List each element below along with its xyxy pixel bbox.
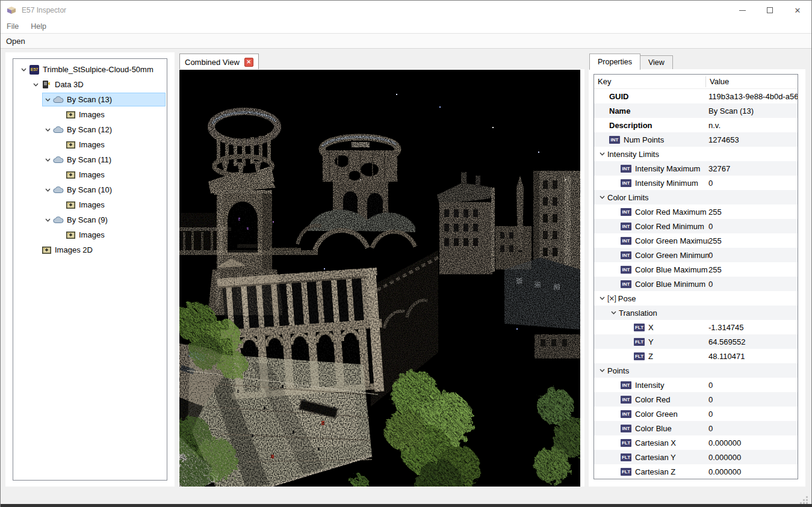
property-row[interactable]: FLTCartesian Z0.000000 [594,464,798,479]
property-row[interactable]: FLTX-1.314745 [594,320,798,334]
tree-item[interactable]: Images [54,198,166,212]
tree-item[interactable]: Images [54,228,166,242]
tree-item[interactable]: By Scan (11) [42,153,166,167]
property-row[interactable]: INTNum Points1274653 [594,132,798,147]
property-value: 0.000000 [708,467,798,476]
property-row[interactable]: INTColor Red Maximum255 [594,204,798,219]
property-key-label: X [648,323,654,332]
tree-row[interactable]: By Scan (12) [13,122,167,137]
chevron-down-icon[interactable] [598,195,606,199]
tree-item[interactable]: By Scan (9) [42,213,166,227]
tree-item[interactable]: Images [54,168,166,182]
title-bar[interactable]: E57 Inspector ✕ [1,1,811,20]
property-row[interactable]: INTColor Green0 [594,407,798,421]
property-row[interactable]: GUID119b3a13-9e88-4b0d-a56... [594,89,798,103]
tree-item-label: Images [79,110,105,119]
property-row[interactable]: FLTY64.569552 [594,334,798,349]
file-tree[interactable]: E57Trimble_StSulpice-Cloud-50mmData 3DBy… [13,58,167,481]
property-row[interactable]: FLTZ48.110471 [594,349,798,363]
property-key: [⨯]Pose [594,294,708,303]
property-row[interactable]: Points [594,363,798,378]
pointcloud-viewport[interactable] [179,70,580,487]
property-key-label: Color Red Maximum [635,207,706,217]
chevron-down-icon[interactable] [43,218,52,222]
tree-row[interactable]: E57Trimble_StSulpice-Cloud-50mm [13,62,167,77]
tree-item[interactable]: E57Trimble_StSulpice-Cloud-50mm [18,63,166,76]
maximize-button[interactable] [756,1,784,20]
tree-item[interactable]: Images [54,108,166,121]
chevron-down-icon[interactable] [598,297,606,300]
tree-row[interactable]: Images 2D [13,242,167,257]
tree-row[interactable]: By Scan (10) [13,182,167,197]
float-type-icon: FLT [621,468,631,476]
close-button[interactable]: ✕ [784,1,811,20]
tree-row[interactable]: By Scan (13) [13,92,167,107]
tree-item-selected[interactable]: By Scan (13) [42,93,166,106]
property-row[interactable]: Translation [594,306,798,320]
property-key-label: Color Green [635,410,678,419]
minimize-button[interactable] [728,1,756,20]
property-key: FLTY [594,337,708,346]
tree-item[interactable]: By Scan (10) [42,183,166,197]
tree-item[interactable]: By Scan (12) [42,123,166,137]
bottom-dark-strip [1,504,812,507]
int-type-icon: INT [621,165,631,173]
chevron-down-icon[interactable] [598,152,606,156]
menu-help[interactable]: Help [25,20,52,33]
property-row[interactable]: NameBy Scan (13) [594,103,798,118]
tab-view[interactable]: View [640,55,673,70]
open-button[interactable]: Open [1,37,31,46]
property-row[interactable]: INTColor Blue Maximum255 [594,262,798,277]
chevron-down-icon[interactable] [43,98,52,102]
property-value: 255 [708,236,798,245]
property-row[interactable]: INTColor Green Maximum255 [594,233,798,248]
property-row[interactable]: INTIntensity Maximum32767 [594,161,798,176]
tree-item[interactable]: Data 3D [30,78,166,91]
tree-row[interactable]: Images [13,137,167,152]
property-row[interactable]: Descriptionn.v. [594,118,798,132]
chevron-down-icon[interactable] [19,68,28,72]
tab-combined-view[interactable]: Combined View ✕ [179,54,259,70]
chevron-down-icon[interactable] [43,128,52,132]
property-row[interactable]: FLTCartesian X0.000000 [594,435,798,450]
property-row[interactable]: INTColor Blue Minimum0 [594,277,798,291]
tree-row[interactable]: Images [13,227,167,242]
property-row[interactable]: INTIntensity0 [594,378,798,392]
properties-table[interactable]: Key Value GUID119b3a13-9e88-4b0d-a56...N… [594,74,798,479]
property-row[interactable]: [⨯]Pose [594,291,798,306]
chevron-down-icon[interactable] [609,311,618,315]
chevron-down-icon[interactable] [43,188,52,192]
property-row[interactable]: INTColor Blue0 [594,421,798,435]
property-row[interactable]: Color Limits [594,190,798,204]
tree-item-label: By Scan (9) [67,215,108,224]
tree-row[interactable]: Images [13,197,167,212]
tab-properties[interactable]: Properties [589,54,640,70]
tree-row[interactable]: Images [13,167,167,182]
tree-row[interactable]: By Scan (11) [13,152,167,167]
property-row[interactable]: Intensity Limits [594,147,798,161]
tree-row[interactable]: By Scan (9) [13,212,167,227]
resize-grip[interactable] [800,496,808,503]
tree-row[interactable]: Images [13,107,167,122]
property-row[interactable]: FLTCartesian Y0.000000 [594,450,798,464]
property-key-label: GUID [609,92,629,101]
property-row[interactable]: INTColor Red0 [594,392,798,407]
int-type-icon: INT [621,223,631,230]
tree-row[interactable]: Data 3D [13,77,167,92]
property-key: INTColor Blue Minimum [594,280,708,289]
property-value: -1.314745 [708,323,798,332]
tab-close-icon[interactable]: ✕ [244,58,253,67]
chevron-down-icon[interactable] [43,158,52,162]
menu-file[interactable]: File [1,20,25,33]
property-row[interactable]: INTColor Green Minimum0 [594,248,798,262]
chevron-down-icon[interactable] [598,369,606,372]
int-type-icon: INT [621,266,631,274]
property-value: 0 [708,280,798,289]
chevron-down-icon[interactable] [31,83,40,87]
tree-item[interactable]: Images 2D [30,243,166,257]
property-row[interactable]: INTColor Red Minimum0 [594,219,798,233]
tree-item[interactable]: Images [54,138,166,152]
property-row[interactable]: INTIntensity Minimum0 [594,176,798,190]
column-value: Value [705,76,729,87]
cloud-icon [52,126,64,134]
